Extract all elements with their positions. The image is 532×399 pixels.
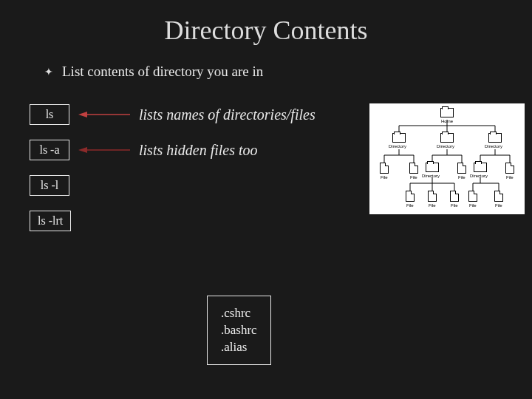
file-icon <box>450 191 459 202</box>
diagram-label: File <box>451 203 458 208</box>
folder-icon <box>426 163 439 172</box>
svg-marker-1 <box>78 112 87 117</box>
diagram-label: File <box>381 175 388 180</box>
file-icon <box>505 163 514 174</box>
folder-icon <box>392 133 406 143</box>
diagram-label: Home <box>441 119 453 123</box>
diagram-label: File <box>458 175 466 180</box>
diagram-label: File <box>429 203 436 208</box>
command-list: ls lists names of directories/files ls -… <box>30 102 347 244</box>
folder-icon <box>474 163 487 172</box>
diagram-label: Directory <box>389 144 406 149</box>
folder-icon <box>440 108 454 117</box>
command-row: ls -a lists hidden files too <box>30 137 347 163</box>
arrow-icon <box>78 110 130 119</box>
folder-icon <box>440 133 454 143</box>
hidden-file-item: .alias <box>221 340 257 355</box>
diagram-label: Directory <box>422 174 440 178</box>
file-icon <box>457 163 466 174</box>
file-icon <box>380 163 389 174</box>
command-desc: lists names of directories/files <box>139 106 316 123</box>
hidden-files-box: .cshrc .bashrc .alias <box>207 296 271 365</box>
command-box: ls -lrt <box>30 211 71 231</box>
file-icon <box>468 191 477 202</box>
file-icon <box>428 191 437 202</box>
hidden-file-item: .bashrc <box>221 323 257 338</box>
diagram-label: File <box>469 203 477 208</box>
slide-title: Directory Contents <box>30 15 502 46</box>
hidden-file-item: .cshrc <box>221 306 257 321</box>
command-box: ls -l <box>30 175 69 196</box>
svg-marker-3 <box>78 147 87 153</box>
diagram-label: Directory <box>470 174 488 178</box>
command-desc: lists hidden files too <box>139 142 258 159</box>
file-icon <box>406 191 415 202</box>
folder-icon <box>488 133 502 143</box>
diagram-label: File <box>406 203 414 208</box>
command-row: ls -lrt <box>30 208 347 233</box>
diagram-label: File <box>410 175 417 180</box>
diagram-label: File <box>495 203 502 208</box>
command-row: ls lists names of directories/files <box>30 102 347 127</box>
command-box: ls -a <box>30 140 69 160</box>
diagram-label: Directory <box>485 144 502 149</box>
file-icon <box>409 163 418 174</box>
command-row: ls -l <box>30 173 347 198</box>
bullet-text: List contents of directory you are in <box>62 64 263 80</box>
directory-tree-diagram: Home Directory Directory Directory File … <box>369 103 525 214</box>
diagram-label: Directory <box>437 144 454 149</box>
arrow-icon <box>78 146 130 154</box>
diagram-label: File <box>506 175 514 180</box>
command-box: ls <box>30 104 69 125</box>
bullet-item: ✦ List contents of directory you are in <box>44 64 502 80</box>
bullet-icon: ✦ <box>44 66 53 78</box>
file-icon <box>494 191 503 202</box>
